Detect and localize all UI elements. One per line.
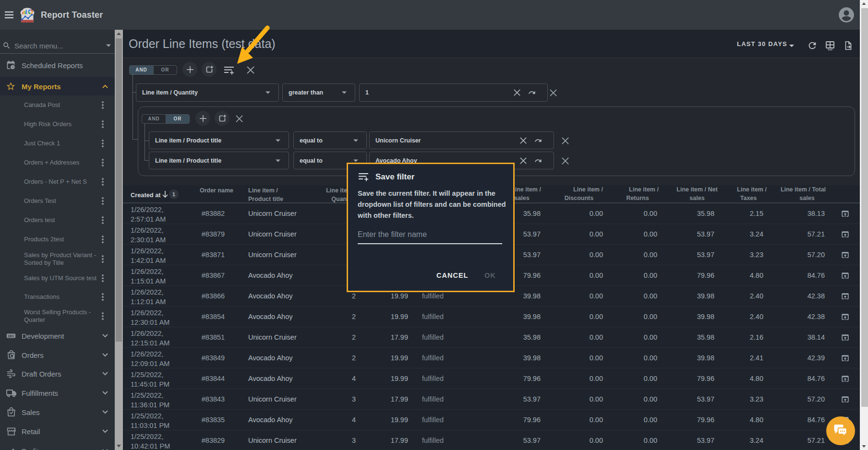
svg-text:DEV: DEV xyxy=(8,334,14,338)
